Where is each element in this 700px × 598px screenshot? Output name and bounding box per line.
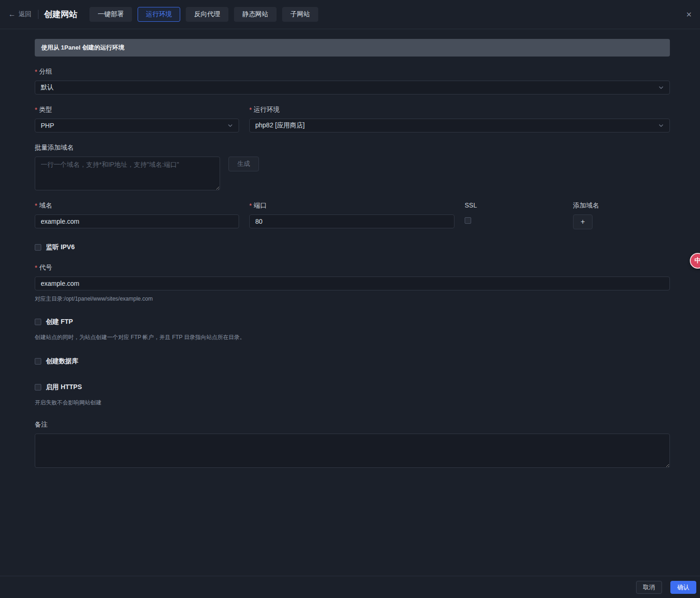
dialog-footer: 取消 确认 <box>0 576 700 598</box>
domain-input[interactable] <box>35 214 239 228</box>
website-type-tabs: 一键部署 运行环境 反向代理 静态网站 子网站 <box>89 7 318 22</box>
type-field: * 类型 PHP <box>35 106 239 132</box>
create-website-dialog: ← 返回 创建网站 一键部署 运行环境 反向代理 静态网站 子网站 × 使用从 … <box>0 0 700 598</box>
domain-label: * 域名 <box>35 201 239 210</box>
alias-label: * 代号 <box>35 264 670 272</box>
runtime-field: * 运行环境 php82 [应用商店] <box>249 106 670 132</box>
port-field: * 端口 <box>249 201 454 229</box>
batch-domain-field: 批量添加域名 生成 <box>35 144 670 190</box>
https-helper: 开启失败不会影响网站创建 <box>35 399 670 407</box>
runtime-select-value: php82 [应用商店] <box>255 121 305 130</box>
chevron-down-icon <box>227 123 233 128</box>
type-runtime-row: * 类型 PHP * 运行环境 php82 [应用商店] <box>35 106 670 132</box>
alias-field: * 代号 对应主目录:/opt/1panel/www/sites/example… <box>35 264 670 303</box>
group-select-value: 默认 <box>41 83 54 92</box>
back-arrow-icon: ← <box>8 11 16 18</box>
database-checkbox[interactable] <box>35 358 41 365</box>
type-label: * 类型 <box>35 106 239 114</box>
dialog-header: ← 返回 创建网站 一键部署 运行环境 反向代理 静态网站 子网站 × <box>0 0 700 29</box>
remark-field: 备注 <box>35 421 670 469</box>
batch-domain-textarea[interactable] <box>35 157 220 190</box>
runtime-label: * 运行环境 <box>249 106 670 114</box>
tab-runtime-environment[interactable]: 运行环境 <box>138 7 180 22</box>
ftp-checkbox[interactable] <box>35 319 41 325</box>
required-mark: * <box>35 106 37 113</box>
database-field: 创建数据库 <box>35 357 670 365</box>
group-select[interactable]: 默认 <box>35 81 670 94</box>
confirm-button[interactable]: 确认 <box>670 581 696 594</box>
tab-reverse-proxy[interactable]: 反向代理 <box>186 7 228 22</box>
https-field: 启用 HTTPS 开启失败不会影响网站创建 <box>35 383 670 407</box>
remark-label: 备注 <box>35 421 670 429</box>
form-content: 使用从 1Panel 创建的运行环境 * 分组 默认 * 类型 <box>0 29 700 576</box>
back-label: 返回 <box>19 10 32 19</box>
https-label: 启用 HTTPS <box>46 383 82 391</box>
ipv6-checkbox[interactable] <box>35 244 41 251</box>
ipv6-field: 监听 IPV6 <box>35 243 670 252</box>
required-mark: * <box>35 68 37 76</box>
ssl-checkbox[interactable] <box>465 217 471 224</box>
port-label: * 端口 <box>249 201 454 210</box>
batch-domain-label: 批量添加域名 <box>35 144 670 152</box>
ftp-check-line: 创建 FTP <box>35 318 670 326</box>
add-domain-field: 添加域名 + <box>573 201 670 229</box>
ftp-field: 创建 FTP 创建站点的同时，为站点创建一个对应 FTP 帐户，并且 FTP 目… <box>35 318 670 341</box>
https-checkbox[interactable] <box>35 384 41 390</box>
chevron-down-icon <box>658 123 664 128</box>
alias-input[interactable] <box>35 277 670 290</box>
title-divider <box>38 10 38 19</box>
https-check-line: 启用 HTTPS <box>35 383 670 391</box>
tab-static-website[interactable]: 静态网站 <box>234 7 277 22</box>
type-select-value: PHP <box>41 122 54 129</box>
alias-helper: 对应主目录:/opt/1panel/www/sites/example.com <box>35 295 670 303</box>
ftp-helper: 创建站点的同时，为站点创建一个对应 FTP 帐户，并且 FTP 目录指向站点所在… <box>35 334 670 341</box>
domain-field: * 域名 <box>35 201 239 229</box>
tab-sub-website[interactable]: 子网站 <box>282 7 318 22</box>
generate-button[interactable]: 生成 <box>228 157 259 171</box>
ftp-label: 创建 FTP <box>46 318 73 326</box>
required-mark: * <box>249 202 252 209</box>
type-select[interactable]: PHP <box>35 119 239 132</box>
database-label: 创建数据库 <box>46 357 78 365</box>
ipv6-label: 监听 IPV6 <box>46 243 75 252</box>
runtime-select[interactable]: php82 [应用商店] <box>249 119 670 132</box>
remark-textarea[interactable] <box>35 434 670 468</box>
close-icon[interactable]: × <box>684 8 694 21</box>
add-domain-button[interactable]: + <box>573 214 593 229</box>
page-title: 创建网站 <box>44 9 77 20</box>
group-label: * 分组 <box>35 68 670 76</box>
back-button[interactable]: ← 返回 <box>8 10 32 19</box>
cancel-button[interactable]: 取消 <box>636 581 662 594</box>
domain-port-row: * 域名 * 端口 SSL <box>35 201 670 229</box>
required-mark: * <box>249 106 252 113</box>
required-mark: * <box>35 202 37 209</box>
ssl-label: SSL <box>465 201 563 209</box>
add-domain-label: 添加域名 <box>573 201 670 210</box>
ssl-field: SSL <box>465 201 563 229</box>
group-field: * 分组 默认 <box>35 68 670 94</box>
batch-domain-row: 生成 <box>35 157 670 190</box>
required-mark: * <box>35 264 37 271</box>
chevron-down-icon <box>658 85 664 90</box>
port-input[interactable] <box>249 214 454 228</box>
runtime-info-banner: 使用从 1Panel 创建的运行环境 <box>35 39 670 57</box>
tab-one-click-deploy[interactable]: 一键部署 <box>89 7 132 22</box>
